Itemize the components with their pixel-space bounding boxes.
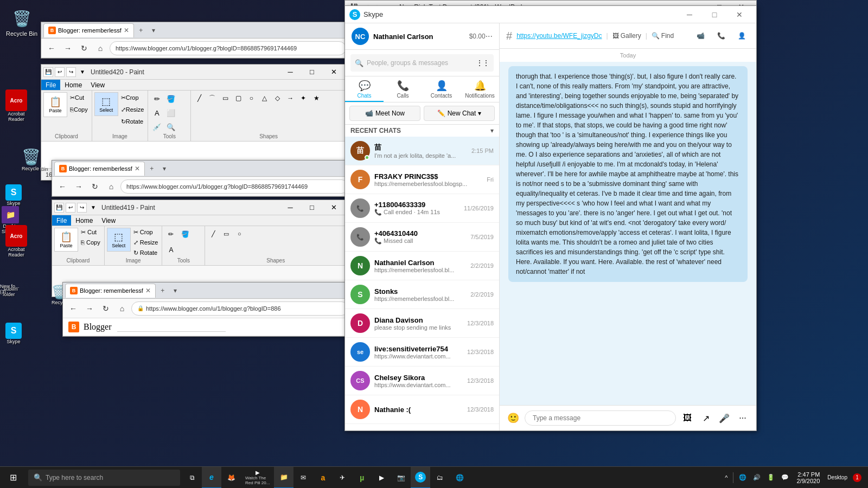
paint-qat-save-1[interactable]: 💾 [43, 67, 53, 77]
browser-tab-3[interactable]: B Blogger: rememberlessf ✕ [65, 284, 156, 298]
skype-nav-notifications[interactable]: 🔔 Notifications [461, 76, 499, 102]
browser-address-2[interactable]: https://www.blogger.com/u/1/blogger.g?bl… [120, 179, 349, 194]
browser-tab-close-1[interactable]: ✕ [124, 27, 129, 34]
skype-chat-item-7[interactable]: se live:sensitiveterrie754 https://www.d… [345, 338, 499, 367]
paint-qat-redo-2[interactable]: ↪ [77, 203, 87, 213]
browser-back-2[interactable]: ← [55, 179, 69, 194]
taskbar-media[interactable]: ▶ [372, 467, 391, 489]
skype-chat-item-5[interactable]: S Stonks https://rememeberlessfool.bl...… [345, 280, 499, 309]
skype-close-btn[interactable]: ✕ [727, 6, 752, 23]
paint-menu-file-1[interactable]: File [41, 80, 60, 90]
taskbar-camera[interactable]: 📷 [391, 467, 411, 489]
paint-select-btn-2[interactable]: ⬚Select [107, 228, 131, 252]
paint-resize-2[interactable]: ⤢ Resize [132, 238, 160, 247]
taskbar-battery-icon[interactable]: 🔋 [764, 474, 778, 481]
browser-tab-chevron-3[interactable]: ▾ [170, 285, 181, 296]
skype-chat-profile-btn[interactable]: 👤 [733, 28, 750, 44]
browser-back-1[interactable]: ← [44, 41, 59, 55]
skype-chat-item-9[interactable]: N Nathanie :( 12/3/2018 [345, 395, 499, 424]
skype-chat-item-1[interactable]: F FR3AKY PRINC3$$ https://rememeberlessf… [345, 165, 499, 194]
taskbar-utorrent[interactable]: µ [352, 467, 372, 489]
skype-minimize-btn[interactable]: ─ [677, 6, 702, 23]
skype-chat-item-2[interactable]: 📞 +118004633339 📞 Call ended · 14m 11s 1… [345, 194, 499, 223]
skype-chat-item-3[interactable]: 📞 +4064310440 📞 Missed call 7/5/2019 [345, 223, 499, 252]
skype-chat-link-url[interactable]: https://youtu.be/WFE_jizgyDc [516, 32, 602, 40]
paint-tool-pencil-2[interactable]: ✏ [164, 228, 177, 241]
paint-menu-view-2[interactable]: View [97, 215, 120, 226]
acrobat-icon-1[interactable]: Acro AcrobatReader [5, 89, 27, 122]
browser-tab-chevron-2[interactable]: ▾ [159, 163, 170, 174]
skype-chat-item-6[interactable]: D Diana Davison please stop sending me l… [345, 309, 499, 338]
skype-more-btn[interactable]: ··· [486, 31, 493, 41]
paint-resize-btn-1[interactable]: ⤢ Resize [119, 104, 146, 115]
browser-tab-2[interactable]: B Blogger: rememberlessf ✕ [54, 162, 145, 176]
paint-crop-btn-1[interactable]: ✂ Crop [119, 92, 146, 103]
browser-forward-1[interactable]: → [61, 41, 75, 55]
paint-paste-btn-2[interactable]: 📋Paste [54, 228, 78, 252]
taskbar-search-input[interactable] [46, 474, 175, 481]
shape-arrow[interactable]: → [284, 92, 296, 104]
paint-copy-2[interactable]: ⎘ Copy [79, 238, 102, 247]
browser-back-3[interactable]: ← [66, 301, 80, 316]
skype-more-btn-input[interactable]: ··· [735, 410, 751, 426]
skype-share-btn[interactable]: ↗ [698, 410, 714, 426]
paint-crop-2[interactable]: ✂ Crop [132, 228, 160, 237]
paint-qat-redo-1[interactable]: ↪ [66, 67, 76, 77]
paint-minimize-1[interactable]: ─ [279, 65, 301, 80]
skype-message-input[interactable] [525, 410, 676, 426]
skype-nav-chats[interactable]: 💬 Chats [345, 76, 384, 102]
taskbar-firefox[interactable]: 🦊 [221, 467, 241, 489]
shape-diamond[interactable]: ◇ [271, 92, 283, 104]
shape-curve[interactable]: ⌒ [206, 92, 218, 104]
skype-chat-item-8[interactable]: CS Chelsey Sikora https://www.deviantart… [345, 367, 499, 395]
browser-new-tab-2[interactable]: + [145, 162, 159, 176]
paint-tool-eyedrop-1[interactable]: 💉 [150, 120, 163, 133]
browser-reload-3[interactable]: ↻ [99, 301, 113, 316]
shape-star4[interactable]: ✦ [297, 92, 309, 104]
skype-chat-item-0[interactable]: 苗 苗 I'm not a jerk lolita, despite 'a...… [345, 137, 499, 165]
paint-menu-view-1[interactable]: View [86, 80, 109, 90]
shape2-ellipse[interactable]: ○ [233, 228, 245, 240]
paint-cut-2[interactable]: ✂ Cut [79, 228, 102, 237]
skype-chats-toggle-btn[interactable]: ▾ [490, 127, 494, 134]
browser-new-tab-3[interactable]: + [156, 284, 170, 298]
skype-desktop-icon[interactable]: S Skype [5, 184, 22, 206]
browser-reload-2[interactable]: ↻ [88, 179, 102, 194]
paint-qat-undo-2[interactable]: ↩ [66, 203, 75, 213]
browser-address-1[interactable]: https://www.blogger.com/u/1/blogger.g?bl… [110, 41, 346, 55]
browser-home-1[interactable]: ⌂ [93, 41, 107, 55]
taskbar-amazon[interactable]: a [313, 467, 333, 489]
taskbar-notification-icon[interactable]: 💬 [778, 474, 792, 481]
paint-select-btn-1[interactable]: ⬚ Select [94, 92, 118, 116]
paint-menu-home-1[interactable]: Home [60, 80, 86, 90]
acrobat-icon-2[interactable]: Acro AcrobatReader [5, 225, 27, 258]
paint-copy-btn-1[interactable]: ⎘ Copy [68, 104, 90, 115]
skype-search-input[interactable] [367, 59, 476, 67]
shape-rect[interactable]: ▭ [219, 92, 231, 104]
start-button[interactable]: ⊞ [0, 467, 26, 489]
shape2-line[interactable]: ╱ [207, 228, 219, 240]
taskbar-tray-arrow[interactable]: ^ [722, 474, 731, 481]
paint-tool-pencil-1[interactable]: ✏ [150, 92, 163, 105]
skype-search-grid-btn[interactable]: ⋮⋮ [476, 56, 489, 69]
taskbar-files[interactable]: 🗂 [430, 467, 450, 489]
paint-maximize-1[interactable]: □ [301, 65, 323, 80]
taskbar-mail[interactable]: ✉ [293, 467, 313, 489]
paint-qat-save-2[interactable]: 💾 [54, 203, 64, 213]
shape-triangle[interactable]: △ [258, 92, 270, 104]
paint-maximize-2[interactable]: □ [301, 200, 323, 215]
shape-ellipse[interactable]: ○ [245, 92, 257, 104]
skype-attach-btn[interactable]: 🖼 [679, 410, 695, 426]
skype-chat-video-btn[interactable]: 📹 [692, 28, 709, 44]
browser-tab-close-2[interactable]: ✕ [135, 165, 140, 172]
taskbar-volume-icon[interactable]: 🔊 [750, 474, 764, 481]
paint-rotate-2[interactable]: ↻ Rotate [132, 248, 160, 258]
paint-tool-fill-2[interactable]: 🪣 [178, 228, 192, 241]
skype-emoji-btn[interactable]: 🙂 [505, 410, 521, 426]
paint-paste-btn-1[interactable]: 📋 Paste [43, 92, 67, 117]
taskbar-clock[interactable]: 2:47 PM 2/9/2020 [792, 471, 824, 484]
browser-tab-close-3[interactable]: ✕ [145, 287, 151, 294]
blogger-input-3[interactable] [117, 323, 226, 332]
recycle-bin-icon-2[interactable]: 🗑️ Recycle Bin [22, 148, 48, 171]
shape-round-rect[interactable]: ▢ [232, 92, 244, 104]
